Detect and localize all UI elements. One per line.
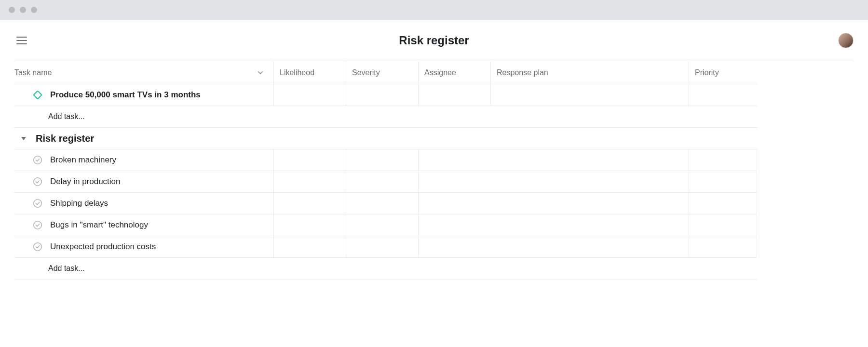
check-circle-icon	[33, 220, 42, 230]
svg-point-9	[34, 243, 41, 251]
svg-point-8	[34, 221, 41, 229]
hamburger-icon	[16, 36, 27, 45]
task-priority-cell[interactable]	[689, 171, 757, 193]
task-likelihood-cell[interactable]	[274, 236, 346, 258]
column-header-label: Severity	[352, 68, 380, 77]
svg-point-6	[34, 178, 41, 186]
task-assignee-cell[interactable]	[419, 193, 491, 214]
column-header-label: Response plan	[497, 68, 548, 77]
column-header-label: Priority	[695, 68, 719, 77]
task-likelihood-cell[interactable]	[274, 193, 346, 214]
task-name: Shipping delays	[50, 199, 108, 208]
complete-toggle[interactable]	[33, 220, 42, 230]
add-task-input-bottom[interactable]: Add task...	[14, 258, 757, 280]
milestone-assignee-cell[interactable]	[419, 84, 491, 106]
task-assignee-cell[interactable]	[419, 236, 491, 258]
task-assignee-cell[interactable]	[419, 149, 491, 171]
task-table: Task name Likelihood Severity Assignee R…	[14, 61, 854, 280]
task-likelihood-cell[interactable]	[274, 171, 346, 193]
complete-toggle[interactable]	[33, 155, 42, 165]
traffic-light-zoom[interactable]	[31, 7, 37, 13]
task-priority-cell[interactable]	[689, 149, 757, 171]
task-priority-cell[interactable]	[689, 236, 757, 258]
task-name: Delay in production	[50, 177, 121, 187]
check-circle-icon	[33, 155, 42, 165]
section-collapse-toggle[interactable]	[20, 135, 27, 142]
task-row[interactable]: Delay in production	[14, 171, 274, 193]
add-task-input-top[interactable]: Add task...	[14, 106, 757, 128]
column-menu-button[interactable]	[257, 69, 266, 76]
traffic-light-minimize[interactable]	[20, 7, 26, 13]
section-header[interactable]: Risk register	[14, 128, 757, 149]
svg-rect-3	[34, 91, 42, 99]
task-name: Broken machinery	[50, 155, 116, 165]
column-header-task-name[interactable]: Task name	[14, 61, 274, 84]
task-assignee-cell[interactable]	[419, 171, 491, 193]
avatar[interactable]	[838, 33, 854, 48]
task-name: Bugs in "smart" technology	[50, 220, 148, 230]
complete-toggle[interactable]	[33, 242, 42, 252]
traffic-lights	[9, 7, 37, 13]
milestone-row[interactable]: Produce 50,000 smart TVs in 3 months	[14, 84, 274, 106]
check-circle-icon	[33, 177, 42, 187]
task-name: Unexpected production costs	[50, 242, 156, 252]
task-response-plan-cell[interactable]	[491, 149, 689, 171]
task-severity-cell[interactable]	[346, 214, 419, 236]
traffic-light-close[interactable]	[9, 7, 15, 13]
section-title: Risk register	[36, 133, 94, 144]
column-header-assignee[interactable]: Assignee	[419, 61, 491, 84]
menu-button[interactable]	[14, 33, 29, 48]
column-header-response-plan[interactable]: Response plan	[491, 61, 689, 84]
task-row[interactable]: Broken machinery	[14, 149, 274, 171]
svg-marker-4	[21, 137, 26, 140]
column-header-likelihood[interactable]: Likelihood	[274, 61, 346, 84]
task-response-plan-cell[interactable]	[491, 171, 689, 193]
caret-down-icon	[20, 135, 27, 142]
task-row[interactable]: Bugs in "smart" technology	[14, 214, 274, 236]
complete-toggle[interactable]	[33, 199, 42, 208]
task-priority-cell[interactable]	[689, 193, 757, 214]
task-likelihood-cell[interactable]	[274, 214, 346, 236]
task-row[interactable]: Shipping delays	[14, 193, 274, 214]
svg-point-7	[34, 200, 41, 207]
task-response-plan-cell[interactable]	[491, 236, 689, 258]
milestone-severity-cell[interactable]	[346, 84, 419, 106]
column-header-label: Assignee	[424, 68, 456, 77]
task-response-plan-cell[interactable]	[491, 214, 689, 236]
page-title: Risk register	[399, 34, 469, 47]
svg-point-5	[34, 156, 41, 164]
column-header-label: Likelihood	[280, 68, 314, 77]
task-severity-cell[interactable]	[346, 236, 419, 258]
check-circle-icon	[33, 242, 42, 252]
app-header: Risk register	[0, 20, 868, 61]
column-header-severity[interactable]: Severity	[346, 61, 419, 84]
task-severity-cell[interactable]	[346, 149, 419, 171]
milestone-priority-cell[interactable]	[689, 84, 757, 106]
column-header-label: Task name	[14, 68, 52, 77]
milestone-response-plan-cell[interactable]	[491, 84, 689, 106]
milestone-name: Produce 50,000 smart TVs in 3 months	[50, 90, 201, 100]
task-response-plan-cell[interactable]	[491, 193, 689, 214]
task-assignee-cell[interactable]	[419, 214, 491, 236]
complete-toggle[interactable]	[33, 177, 42, 187]
task-severity-cell[interactable]	[346, 171, 419, 193]
chevron-down-icon	[257, 69, 264, 76]
check-circle-icon	[33, 199, 42, 208]
task-likelihood-cell[interactable]	[274, 149, 346, 171]
window-titlebar	[0, 0, 868, 20]
task-row[interactable]: Unexpected production costs	[14, 236, 274, 258]
column-header-priority[interactable]: Priority	[689, 61, 757, 84]
milestone-icon	[33, 90, 42, 100]
task-priority-cell[interactable]	[689, 214, 757, 236]
milestone-likelihood-cell[interactable]	[274, 84, 346, 106]
task-severity-cell[interactable]	[346, 193, 419, 214]
